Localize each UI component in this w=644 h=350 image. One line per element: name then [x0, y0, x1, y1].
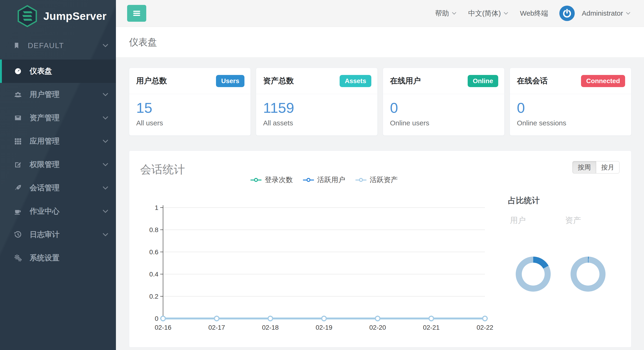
username: Administrator [582, 9, 623, 17]
users-donut-chart [516, 257, 551, 292]
app-title: JumpServer [44, 10, 106, 23]
stat-value[interactable]: 0 [390, 100, 398, 115]
stat-card-title: 在线用户 [390, 76, 421, 86]
svg-text:0.4: 0.4 [149, 271, 158, 278]
sidebar-item-users[interactable]: 用户管理 [0, 83, 116, 106]
chevron-down-icon [503, 11, 509, 16]
range-toggle: 按周 按月 [572, 161, 620, 173]
stat-card-title: 资产总数 [263, 76, 294, 86]
web-terminal-link[interactable]: Web终端 [520, 9, 548, 18]
sidebar-item-label: 系统设置 [30, 253, 109, 263]
session-stats-panel: 会话统计 按周 按月 登录次数活跃用户活跃资产 00.20.40.60.8102… [129, 151, 632, 347]
stat-value[interactable]: 15 [136, 100, 152, 115]
content: 用户总数 Users 15 All users 资产总数 Assets 1159… [116, 57, 644, 347]
hamburger-icon [132, 8, 142, 19]
sidebar-item-label: 用户管理 [30, 89, 102, 100]
app-logo[interactable]: JumpServer [0, 0, 116, 27]
svg-text:02-17: 02-17 [208, 324, 225, 331]
main-area: 帮助 中文(简体) Web终端 Administrator [116, 0, 644, 350]
chevron-down-icon [625, 11, 631, 16]
status-badge[interactable]: Online [468, 75, 498, 87]
assets-donut-chart [570, 257, 606, 292]
legend-item-活跃资产[interactable]: 活跃资产 [356, 175, 398, 185]
stat-card-total-assets: 资产总数 Assets 1159 All assets [256, 68, 378, 136]
stat-card-total-users: 用户总数 Users 15 All users [129, 68, 251, 136]
chart-legend: 登录次数活跃用户活跃资产 [250, 175, 398, 185]
chevron-down-icon [451, 11, 457, 16]
legend-item-活跃用户[interactable]: 活跃用户 [303, 175, 345, 185]
stat-cards-row: 用户总数 Users 15 All users 资产总数 Assets 1159… [129, 68, 644, 136]
status-badge[interactable]: Connected [581, 75, 625, 87]
stat-subtitle: Online users [390, 119, 497, 127]
sidebar-item-label: 仪表盘 [30, 66, 109, 76]
svg-text:02-20: 02-20 [369, 324, 386, 331]
svg-text:02-19: 02-19 [316, 324, 332, 331]
sidebar-item-apps[interactable]: 应用管理 [0, 130, 116, 153]
perms-icon [13, 160, 23, 169]
svg-text:02-16: 02-16 [155, 324, 172, 331]
ratio-stats-title: 占比统计 [508, 195, 628, 206]
language-menu[interactable]: 中文(简体) [468, 9, 509, 18]
legend-marker-icon [303, 178, 314, 182]
ratio-label-users: 用户 [510, 215, 526, 226]
sidebar-menu: 仪表盘用户管理资产管理应用管理权限管理会话管理作业中心日志审计系统设置 [0, 60, 116, 270]
ratio-stats-section: 占比统计 用户 资产 [508, 195, 628, 326]
sidebar-item-label: 会话管理 [30, 183, 102, 193]
stat-card-title: 在线会话 [517, 76, 548, 86]
topbar: 帮助 中文(简体) Web终端 Administrator [116, 0, 644, 27]
svg-text:02-22: 02-22 [476, 324, 493, 331]
sidebar-toggle-button[interactable] [127, 5, 146, 22]
avatar[interactable] [559, 6, 575, 21]
bookmark-icon [13, 42, 20, 49]
svg-text:0.2: 0.2 [149, 293, 158, 300]
settings-icon [13, 254, 23, 262]
sidebar-item-sessions[interactable]: 会话管理 [0, 176, 116, 200]
stat-subtitle: Online sessions [517, 119, 624, 127]
chevron-down-icon [102, 91, 109, 98]
help-menu[interactable]: 帮助 [435, 9, 457, 18]
chevron-down-icon [102, 231, 109, 238]
sidebar-item-label: 应用管理 [30, 136, 102, 146]
range-month-button[interactable]: 按月 [596, 161, 620, 173]
stat-card-online-sessions: 在线会话 Connected 0 Online sessions [510, 68, 632, 136]
sessions-icon [13, 184, 23, 192]
dashboard-icon [13, 67, 23, 75]
apps-icon [13, 137, 23, 145]
legend-marker-icon [250, 178, 262, 182]
sidebar-item-audit[interactable]: 日志审计 [0, 223, 116, 246]
svg-text:02-18: 02-18 [262, 324, 279, 331]
sidebar-item-perms[interactable]: 权限管理 [0, 153, 116, 176]
sidebar-item-label: 日志审计 [30, 229, 102, 240]
sidebar-item-label: 作业中心 [30, 206, 102, 216]
sidebar-item-settings[interactable]: 系统设置 [0, 246, 116, 270]
stat-value[interactable]: 1159 [263, 100, 294, 115]
status-badge[interactable]: Assets [340, 75, 371, 87]
legend-item-登录次数[interactable]: 登录次数 [250, 175, 293, 185]
stat-card-title: 用户总数 [136, 76, 167, 86]
status-badge[interactable]: Users [216, 75, 244, 87]
range-week-button[interactable]: 按周 [572, 161, 596, 173]
jumpserver-logo-icon [16, 5, 38, 27]
chevron-down-icon [102, 42, 109, 49]
ratio-label-assets: 资产 [565, 215, 581, 226]
audit-icon [13, 230, 23, 239]
jobs-icon [13, 207, 23, 215]
chevron-down-icon [102, 161, 109, 168]
users-icon [13, 90, 23, 99]
org-name: DEFAULT [28, 41, 102, 50]
svg-text:02-21: 02-21 [423, 324, 440, 331]
sidebar-item-dashboard[interactable]: 仪表盘 [0, 60, 116, 83]
stat-value[interactable]: 0 [517, 100, 525, 115]
stat-subtitle: All users [136, 119, 244, 127]
sidebar-item-assets[interactable]: 资产管理 [0, 106, 116, 130]
sidebar-item-jobs[interactable]: 作业中心 [0, 200, 116, 223]
page-heading: 仪表盘 [116, 27, 644, 57]
org-selector[interactable]: DEFAULT [0, 36, 116, 56]
user-menu[interactable]: Administrator [582, 9, 631, 17]
page-title: 仪表盘 [129, 36, 157, 49]
power-logo-icon [562, 8, 572, 19]
stat-subtitle: All assets [263, 119, 370, 127]
chevron-down-icon [102, 208, 109, 215]
stat-card-online-users: 在线用户 Online 0 Online users [383, 68, 504, 136]
topnav: 帮助 中文(简体) Web终端 Administrator [435, 6, 644, 21]
